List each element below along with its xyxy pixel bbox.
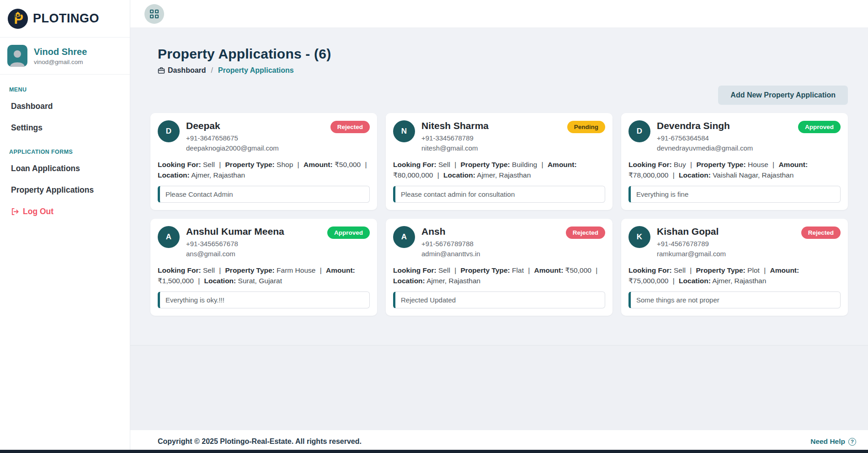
brand-logo[interactable]: P PLOTINGO [0, 0, 130, 38]
applicant-phone: +91-5676789788 [421, 239, 480, 249]
breadcrumb-separator: / [211, 66, 213, 75]
location-value: Surat, Gujarat [238, 277, 282, 285]
page-content: Property Applications - (6) Dashboard / … [130, 28, 868, 345]
detail-separator: | [320, 266, 322, 274]
detail-separator: | [437, 171, 439, 179]
sidebar-toggle-button[interactable] [144, 4, 164, 24]
amount-label: Amount: [778, 161, 808, 168]
admin-note: Some things are not proper [628, 291, 841, 308]
looking-for-label: Looking For: [393, 161, 437, 168]
looking-for-value: Buy [674, 161, 686, 168]
application-card: D Deepak +91-3647658675 deepaknogia2000@… [150, 113, 377, 210]
property-type-label: Property Type: [696, 161, 746, 168]
add-property-application-button[interactable]: Add New Property Application [718, 86, 848, 105]
location-label: Location: [679, 171, 711, 179]
application-details: Looking For: Sell | Property Type: Shop … [158, 159, 370, 181]
looking-for-value: Sell [203, 266, 215, 274]
sidebar-item-settings[interactable]: Settings [9, 117, 121, 139]
avatar: A [158, 226, 180, 248]
admin-note: Everything is oky.!!! [158, 291, 370, 308]
property-type-value: House [748, 161, 768, 168]
amount-value: ₹1,500,000 [158, 277, 194, 285]
amount-label: Amount: [534, 266, 564, 274]
applicant-name: Kishan Gopal [657, 226, 726, 237]
property-type-value: Farm House [277, 266, 315, 274]
admin-note: Please contact admin for consultation [393, 186, 605, 203]
user-email: vinod@gmail.com [34, 59, 87, 65]
detail-separator: | [528, 266, 530, 274]
application-details: Looking For: Sell | Property Type: Build… [393, 159, 605, 181]
location-value: Vaishali Nagar, Rajasthan [713, 171, 793, 179]
location-label: Location: [204, 277, 236, 285]
avatar: D [628, 120, 650, 142]
applicant-email: ramkumar@gmail.com [657, 249, 726, 259]
property-type-value: Flat [512, 266, 524, 274]
app-window: P PLOTINGO Vinod Shree vinod@gmail.com M… [0, 0, 868, 453]
admin-note: Please Contact Admin [158, 186, 370, 203]
status-badge: Rejected [330, 121, 370, 133]
admin-note: Rejected Updated [393, 291, 605, 308]
applicant-phone: +91-6756364584 [657, 133, 753, 143]
need-help-link[interactable]: Need Help ? [810, 437, 856, 446]
detail-separator: | [198, 277, 200, 285]
sidebar-menu: MENU Dashboard Settings APPLICATION FORM… [0, 75, 130, 228]
breadcrumb-current[interactable]: Property Applications [218, 66, 294, 75]
amount-value: ₹50,000 [565, 266, 591, 274]
detail-separator: | [673, 171, 675, 179]
applicant-name: Anshul Kumar Meena [186, 226, 284, 237]
topbar [130, 0, 868, 28]
location-value: Ajmer, Rajasthan [477, 171, 531, 179]
application-details: Looking For: Sell | Property Type: Farm … [158, 265, 370, 286]
avatar: D [158, 120, 180, 142]
location-value: Ajmer, Rajasthan [712, 277, 766, 285]
applicant-email: ans@gmail.com [186, 249, 284, 259]
application-card: D Devendra Singh +91-6756364584 devnedra… [621, 113, 848, 210]
content-spacer [130, 345, 868, 430]
menu-section-label: MENU [9, 86, 121, 93]
user-profile: Vinod Shree vinod@gmail.com [0, 38, 130, 75]
page-title: Property Applications - (6) [158, 46, 848, 62]
logout-button[interactable]: Log Out [9, 201, 121, 222]
looking-for-label: Looking For: [158, 266, 201, 274]
application-card: K Kishan Gopal +91-4567678789 ramkumar@g… [621, 219, 848, 316]
applicant-email: nitesh@gmail.com [421, 143, 489, 153]
applicant-phone: +91-4567678789 [657, 239, 726, 249]
looking-for-value: Sell [438, 161, 450, 168]
brand-name: PLOTINGO [33, 11, 99, 26]
amount-label: Amount: [770, 266, 799, 274]
sidebar-item-property-applications[interactable]: Property Applications [9, 179, 121, 201]
looking-for-value: Sell [438, 266, 450, 274]
applicant-email: admin@ananttvs.in [421, 249, 480, 259]
property-type-value: Building [512, 161, 537, 168]
breadcrumb-dashboard-link[interactable]: Dashboard [168, 66, 206, 75]
amount-label: Amount: [326, 266, 355, 274]
application-card: N Nitesh Sharma +91-3345678789 nitesh@gm… [386, 113, 612, 210]
property-type-label: Property Type: [461, 266, 510, 274]
actions-row: Add New Property Application [150, 86, 848, 105]
status-badge: Approved [327, 226, 370, 239]
property-type-value: Shop [277, 161, 293, 168]
detail-separator: | [542, 161, 543, 168]
sidebar: P PLOTINGO Vinod Shree vinod@gmail.com M… [0, 0, 130, 453]
avatar: N [393, 120, 415, 142]
detail-separator: | [365, 161, 367, 168]
detail-separator: | [454, 266, 456, 274]
sidebar-item-dashboard[interactable]: Dashboard [9, 96, 121, 117]
location-label: Location: [679, 277, 711, 285]
detail-separator: | [772, 161, 774, 168]
property-type-label: Property Type: [225, 161, 275, 168]
amount-label: Amount: [548, 161, 577, 168]
amount-value: ₹80,000,000 [393, 171, 433, 179]
location-label: Location: [158, 171, 190, 179]
looking-for-value: Sell [203, 161, 215, 168]
location-value: Ajmer, Rajasthan [191, 171, 245, 179]
application-details: Looking For: Sell | Property Type: Flat … [393, 265, 605, 286]
detail-separator: | [219, 161, 221, 168]
location-label: Location: [393, 277, 425, 285]
property-type-label: Property Type: [696, 266, 746, 274]
property-type-label: Property Type: [225, 266, 275, 274]
sidebar-item-loan-applications[interactable]: Loan Applications [9, 158, 121, 179]
status-badge: Approved [798, 121, 841, 133]
looking-for-label: Looking For: [393, 266, 437, 274]
application-card: A Anshul Kumar Meena +91-3456567678 ans@… [150, 219, 377, 316]
